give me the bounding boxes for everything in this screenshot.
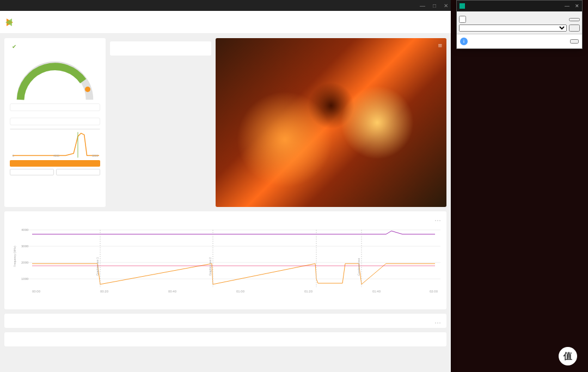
svg-text:Graphics test 2: Graphics test 2 — [209, 257, 212, 276]
svg-text:01:00: 01:00 — [236, 290, 245, 293]
svg-text:3000: 3000 — [21, 245, 29, 248]
log-checkbox[interactable] — [459, 16, 580, 23]
logo — [7, 19, 16, 26]
monitoring-chart: Frequency (MHz) 4000 3000 2000 1000 — [10, 220, 441, 291]
svg-text:02:00: 02:00 — [430, 290, 438, 293]
distribution-chart: 0 4000 8000 — [10, 132, 100, 158]
gpuz-icon — [460, 3, 465, 9]
svg-text:01:20: 01:20 — [304, 290, 313, 293]
content: ✔ 0 4000 — [0, 34, 451, 372]
save-button[interactable] — [56, 169, 100, 175]
svg-text:00:40: 00:40 — [168, 290, 177, 293]
minimize-icon[interactable]: — — [565, 3, 569, 9]
hero-menu-icon[interactable]: ≡ — [438, 41, 442, 50]
load-button[interactable] — [10, 169, 54, 175]
check-icon: ✔ — [12, 44, 16, 50]
close-icon[interactable]: ✕ — [575, 3, 579, 9]
svg-text:0: 0 — [13, 155, 14, 157]
svg-text:2000: 2000 — [21, 261, 29, 264]
titlebar: — □ ✕ — [0, 0, 451, 11]
svg-text:00:20: 00:20 — [100, 290, 109, 293]
watermark: 值 — [559, 347, 581, 365]
gpuz-window: — ✕ i — [456, 0, 583, 49]
gauge-marker — [85, 87, 90, 92]
header — [0, 11, 451, 34]
hw-gpu — [10, 118, 100, 125]
gpuz-footer — [457, 14, 582, 34]
svg-text:4000: 4000 — [53, 155, 59, 157]
svg-text:1000: 1000 — [21, 277, 29, 280]
device-select[interactable] — [459, 25, 567, 32]
sysinfo-menu-icon[interactable]: ⋯ — [434, 319, 441, 327]
gauge — [10, 54, 100, 106]
close-icon[interactable]: ✕ — [444, 3, 448, 9]
svg-text:Combined test: Combined test — [357, 258, 360, 276]
svg-text:Graphics test 1: Graphics test 1 — [96, 257, 99, 276]
monitoring-card: ⋯ Frequency (MHz) 4000 3000 2000 1000 — [4, 211, 446, 309]
svg-text:00:00: 00:00 — [32, 290, 41, 293]
gpuz-titlebar: — ✕ — [457, 1, 582, 11]
score-title: ✔ — [10, 44, 100, 50]
3dmark-window: — □ ✕ ✔ — [0, 0, 451, 372]
watermark-icon: 值 — [559, 347, 577, 365]
logo-icon — [7, 19, 13, 26]
svg-text:8000: 8000 — [92, 155, 98, 157]
maximize-icon[interactable]: □ — [433, 3, 436, 9]
close-button[interactable] — [569, 25, 580, 32]
score-card: ✔ 0 4000 — [4, 38, 106, 207]
svg-text:01:40: 01:40 — [372, 290, 381, 293]
detailed-scores-card — [4, 332, 446, 346]
compare-button[interactable] — [10, 160, 100, 167]
system-info-card: ⋯ — [4, 314, 446, 328]
update-banner: i — [457, 34, 582, 48]
update-button[interactable] — [570, 39, 579, 44]
svg-text:Frequency (MHz): Frequency (MHz) — [13, 246, 16, 267]
info-icon: i — [460, 38, 468, 45]
svg-text:4000: 4000 — [21, 228, 29, 231]
minimize-icon[interactable]: — — [420, 3, 425, 9]
estimated-performance — [110, 41, 211, 56]
hero-image: ≡ — [216, 38, 446, 207]
reset-button[interactable] — [569, 18, 580, 21]
